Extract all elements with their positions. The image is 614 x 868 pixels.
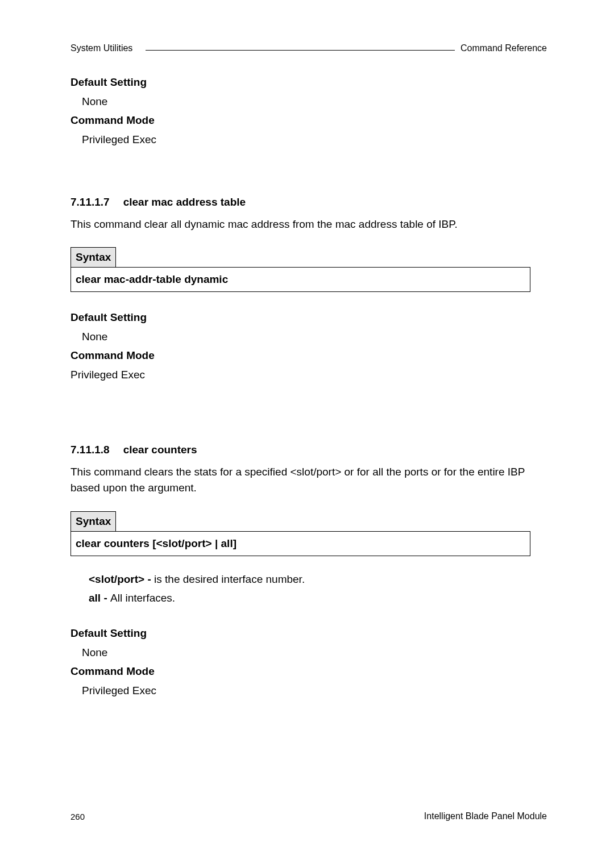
command-mode-value: Privileged Exec [70,368,547,382]
parameter-line: all - All interfaces. [89,591,547,606]
header-left: System Utilities [70,43,132,53]
command-mode-label: Command Mode [70,664,547,679]
section-description: This command clears the stats for a spec… [70,464,547,496]
syntax-block: Syntax clear mac-addr-table dynamic [70,247,530,292]
page-number: 260 [70,812,85,821]
command-mode-value: Privileged Exec [82,683,547,698]
section-title: clear mac address table [123,196,246,208]
page-footer: 260 Intelligent Blade Panel Module [70,811,547,821]
product-name: Intelligent Blade Panel Module [424,811,547,821]
command-mode-label: Command Mode [70,348,547,363]
command-mode-value: Privileged Exec [82,132,547,147]
syntax-tab: Syntax [70,511,116,531]
default-setting-label: Default Setting [70,310,547,325]
default-setting-value: None [82,329,547,344]
section-title: clear counters [123,444,197,456]
syntax-body: clear counters [<slot/port> | all] [70,531,530,556]
header-right: Command Reference [460,43,547,53]
running-header: System Utilities Command Reference [70,43,547,53]
parameter-value: is the desired interface number. [154,573,305,585]
syntax-block: Syntax clear counters [<slot/port> | all… [70,511,530,556]
syntax-body: clear mac-addr-table dynamic [70,267,530,292]
header-rule [146,50,455,51]
parameter-line: <slot/port> - is the desired interface n… [89,572,547,587]
syntax-tab: Syntax [70,247,116,267]
default-setting-value: None [82,645,547,660]
default-setting-label: Default Setting [70,75,547,90]
command-mode-label: Command Mode [70,113,547,128]
parameter-label: <slot/port> - [89,573,154,585]
section-heading: 7.11.1.7 clear mac address table [70,196,547,208]
parameter-value: All interfaces. [110,592,175,604]
section-number: 7.11.1.8 [70,444,110,456]
section-heading: 7.11.1.8 clear counters [70,444,547,456]
default-setting-value: None [82,94,547,109]
default-setting-label: Default Setting [70,626,547,641]
parameter-label: all - [89,592,110,604]
section-number: 7.11.1.7 [70,196,110,208]
section-description: This command clear all dynamic mac addre… [70,216,547,233]
